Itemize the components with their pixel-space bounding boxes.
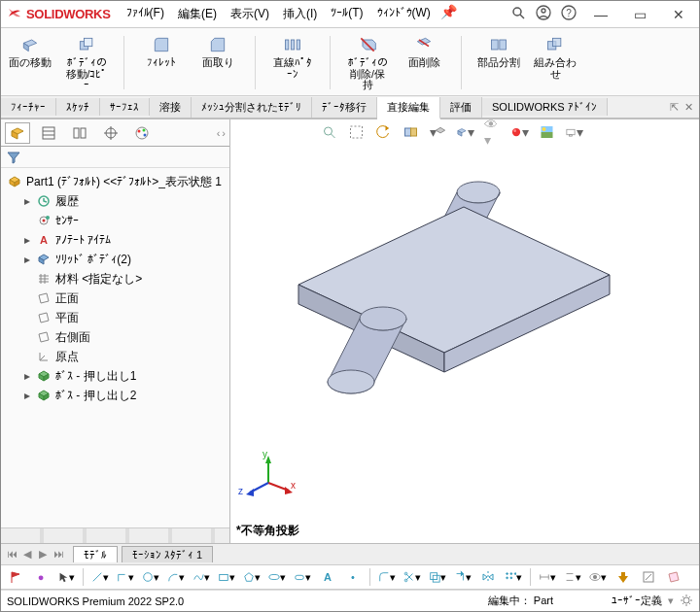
tree-item-right[interactable]: 右側面 (3, 327, 228, 347)
minimize-button[interactable]: — (586, 7, 615, 22)
sk-display-icon[interactable]: ▾ (589, 568, 607, 586)
sk-convert-icon[interactable]: ▾ (454, 568, 472, 586)
fm-nav-right-icon[interactable]: › (222, 127, 226, 139)
tab-addins[interactable]: SOLIDWORKS ｱﾄﾞｲﾝ (482, 98, 608, 116)
tree-item-bodies[interactable]: ▸ ｿﾘｯﾄﾞ ﾎﾞﾃﾞｨ(2) (3, 250, 228, 269)
sk-spline-icon[interactable]: ▾ (192, 568, 210, 586)
tree-scrollbar[interactable] (1, 527, 229, 543)
sk-select-icon[interactable]: ▾ (57, 568, 75, 586)
ribbon-move-face[interactable]: 面の移動 (9, 34, 52, 69)
sk-quick-icon[interactable] (640, 568, 657, 586)
sk-fillet-icon[interactable]: ▾ (378, 568, 396, 586)
btab-prev-icon[interactable]: ◀ (20, 548, 34, 561)
sk-point-icon[interactable]: • (344, 568, 362, 586)
status-units-dropdown-icon[interactable]: ▾ (668, 595, 674, 607)
tab-weld[interactable]: 溶接 (150, 97, 192, 118)
menu-window[interactable]: ｳｨﾝﾄﾞｳ(W) (373, 4, 435, 24)
render-icon[interactable]: ▾ (566, 123, 583, 141)
ribbon-chamfer[interactable]: 面取り (196, 34, 239, 69)
btab-first-icon[interactable]: ⏮ (5, 548, 18, 561)
sk-text-icon[interactable]: A (319, 568, 336, 586)
status-gear-icon[interactable] (680, 594, 693, 609)
tab-data[interactable]: ﾃﾞｰﾀ移行 (312, 97, 377, 118)
menu-view[interactable]: 表示(V) (227, 4, 273, 24)
ribbon-combine[interactable]: 組み合わせ (534, 34, 577, 80)
tab-surface[interactable]: ｻｰﾌｪｽ (100, 98, 150, 116)
tree-item-annotations[interactable]: ▸ A ｱﾉﾃｰﾄ ｱｲﾃﾑ (3, 230, 228, 250)
tree-item-history[interactable]: ▸ 履歴 (3, 191, 228, 211)
sk-trim-icon[interactable]: ▾ (403, 568, 421, 586)
tree-root[interactable]: Part1 (ﾃﾞﾌｫﾙﾄ) <<ﾃﾞﾌｫﾙﾄ>_表示状態 1 (3, 172, 228, 191)
close-button[interactable]: ✕ (664, 7, 693, 22)
sk-repair-icon[interactable] (614, 568, 632, 586)
expand-icon[interactable]: ▸ (22, 369, 32, 383)
tab-features[interactable]: ﾌｨｰﾁｬｰ (1, 98, 56, 116)
tree-item-sensor[interactable]: ｾﾝｻｰ (3, 211, 228, 230)
maximize-button[interactable]: ▭ (625, 7, 654, 22)
tree-item-top[interactable]: 平面 (3, 308, 228, 327)
hide-show-icon[interactable]: 👁▾ (484, 123, 502, 141)
ribbon-split[interactable]: 部品分割 (477, 34, 520, 69)
sk-flag-icon[interactable] (7, 568, 24, 586)
sk-dot-icon[interactable]: ● (32, 568, 50, 586)
sk-relation-icon[interactable]: ▾ (564, 568, 581, 586)
fm-nav-left-icon[interactable]: ‹ (217, 127, 221, 139)
btab-next-icon[interactable]: ▶ (36, 548, 50, 561)
sk-offset-icon[interactable]: ▾ (429, 568, 446, 586)
zoom-fit-icon[interactable] (321, 123, 338, 141)
prev-view-icon[interactable] (375, 123, 393, 141)
fm-tab-config[interactable] (67, 122, 92, 144)
menu-file[interactable]: ﾌｧｲﾙ(F) (122, 4, 168, 24)
tree-item-material[interactable]: 材料 <指定なし> (3, 269, 228, 289)
tab-evaluate[interactable]: 評価 (440, 97, 482, 118)
tree-item-origin[interactable]: 原点 (3, 347, 228, 366)
expand-icon[interactable]: ▸ (22, 253, 32, 266)
sk-poly-icon[interactable]: ▾ (243, 568, 261, 586)
restore-window-icon[interactable]: ⇱ (670, 101, 679, 114)
menu-edit[interactable]: 編集(E) (174, 4, 221, 24)
feature-tree[interactable]: Part1 (ﾃﾞﾌｫﾙﾄ) <<ﾃﾞﾌｫﾙﾄ>_表示状態 1 ▸ 履歴 ｾﾝｻ… (1, 168, 229, 527)
ribbon-delete-body[interactable]: ﾎﾞﾃﾞｨの削除/保持 (346, 34, 389, 91)
sk-mirror-icon[interactable] (479, 568, 497, 586)
sk-dim-icon[interactable]: ▾ (539, 568, 556, 586)
expand-icon[interactable]: ▸ (22, 389, 32, 402)
sk-rect-icon[interactable]: ▾ (218, 568, 235, 586)
ribbon-fillet[interactable]: ﾌｨﾚｯﾄ (140, 34, 183, 69)
filter-row[interactable] (1, 147, 229, 168)
fm-tab-property[interactable] (36, 122, 61, 144)
sk-plane-icon[interactable] (665, 568, 682, 586)
scene-icon[interactable] (539, 123, 556, 141)
tree-item-extrude2[interactable]: ▸ ﾎﾞｽ - 押し出し2 (3, 386, 228, 405)
sk-line-icon[interactable]: ▾ (91, 568, 109, 586)
viewport[interactable]: y x z *不等角投影 (230, 119, 699, 543)
tab-mesh[interactable]: ﾒｯｼｭ分割されたﾓﾃﾞﾘ (192, 97, 312, 118)
ribbon-linear-pattern[interactable]: 直線ﾊﾟﾀｰﾝ (271, 34, 314, 80)
search-button[interactable] (510, 5, 526, 23)
ribbon-delete-face[interactable]: 面削除 (402, 34, 445, 69)
appearance-icon[interactable]: ▾ (511, 123, 529, 141)
tree-item-extrude1[interactable]: ▸ ﾎﾞｽ - 押し出し1 (3, 366, 228, 386)
fm-tab-appearance[interactable] (129, 122, 155, 144)
view-orientation-icon[interactable]: ▾ (430, 123, 447, 141)
menu-tools[interactable]: ﾂｰﾙ(T) (327, 4, 367, 24)
section-view-icon[interactable] (402, 123, 420, 141)
expand-icon[interactable]: ▸ (22, 233, 32, 247)
tab-sketch[interactable]: ｽｹｯﾁ (56, 98, 100, 116)
fm-tab-dim[interactable] (98, 122, 123, 144)
tab-direct-edit[interactable]: 直接編集 (377, 97, 440, 119)
help-icon[interactable]: ? (561, 5, 577, 23)
status-units[interactable]: ﾕｰｻﾞｰ定義 (612, 594, 662, 608)
zoom-area-icon[interactable] (348, 123, 366, 141)
user-icon[interactable] (536, 5, 551, 23)
close-doc-icon[interactable]: ✕ (684, 101, 693, 114)
tree-item-front[interactable]: 正面 (3, 289, 228, 308)
pin-icon[interactable]: 📌 (440, 4, 457, 24)
sk-slot-icon[interactable]: ▾ (294, 568, 311, 586)
sk-arc-icon[interactable]: ▾ (167, 568, 185, 586)
tab-motion-study[interactable]: ﾓｰｼｮﾝ ｽﾀﾃﾞｨ 1 (122, 546, 213, 562)
btab-last-icon[interactable]: ⏭ (52, 548, 65, 561)
expand-icon[interactable]: ▸ (22, 194, 32, 208)
ribbon-move-body[interactable]: ﾎﾞﾃﾞｨの移動/ｺﾋﾟｰ (65, 34, 108, 91)
tab-model[interactable]: ﾓﾃﾞﾙ (73, 546, 118, 562)
sk-circle-icon[interactable]: ▾ (142, 568, 159, 586)
